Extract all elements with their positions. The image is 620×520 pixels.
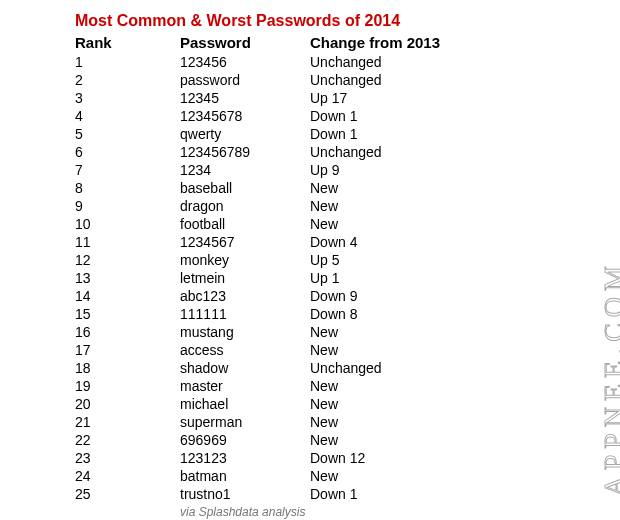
- cell-password: letmein: [180, 269, 310, 287]
- cell-password: 123123: [180, 449, 310, 467]
- cell-password: master: [180, 377, 310, 395]
- cell-password: password: [180, 71, 310, 89]
- cell-rank: 5: [75, 125, 180, 143]
- cell-change: New: [310, 341, 460, 359]
- table-row: 19masterNew: [75, 377, 460, 395]
- cell-rank: 2: [75, 71, 180, 89]
- cell-change: New: [310, 413, 460, 431]
- cell-rank: 11: [75, 233, 180, 251]
- cell-rank: 4: [75, 107, 180, 125]
- cell-change: New: [310, 179, 460, 197]
- table-row: 17accessNew: [75, 341, 460, 359]
- table-row: 23123123Down 12: [75, 449, 460, 467]
- table-row: 24batmanNew: [75, 467, 460, 485]
- table-row: 20michaelNew: [75, 395, 460, 413]
- cell-password: access: [180, 341, 310, 359]
- table-row: 111234567Down 4: [75, 233, 460, 251]
- table-row: 21supermanNew: [75, 413, 460, 431]
- cell-change: New: [310, 377, 460, 395]
- cell-change: Down 12: [310, 449, 460, 467]
- cell-password: michael: [180, 395, 310, 413]
- table-row: 15111111Down 8: [75, 305, 460, 323]
- cell-rank: 14: [75, 287, 180, 305]
- table-row: 8baseballNew: [75, 179, 460, 197]
- header-change: Change from 2013: [310, 34, 460, 53]
- cell-change: Down 1: [310, 485, 460, 503]
- cell-change: Down 9: [310, 287, 460, 305]
- header-password: Password: [180, 34, 310, 53]
- cell-password: 111111: [180, 305, 310, 323]
- cell-password: dragon: [180, 197, 310, 215]
- table-row: 9dragonNew: [75, 197, 460, 215]
- cell-rank: 25: [75, 485, 180, 503]
- table-row: 312345Up 17: [75, 89, 460, 107]
- cell-change: New: [310, 215, 460, 233]
- table-header-row: Rank Password Change from 2013: [75, 34, 460, 53]
- cell-rank: 15: [75, 305, 180, 323]
- page-title: Most Common & Worst Passwords of 2014: [75, 12, 620, 30]
- cell-password: 123456789: [180, 143, 310, 161]
- cell-change: Down 1: [310, 107, 460, 125]
- table-row: 14abc123Down 9: [75, 287, 460, 305]
- table-row: 12monkeyUp 5: [75, 251, 460, 269]
- source-attribution: via Splashdata analysis: [75, 505, 620, 519]
- cell-change: New: [310, 323, 460, 341]
- cell-rank: 17: [75, 341, 180, 359]
- cell-password: superman: [180, 413, 310, 431]
- table-row: 6123456789Unchanged: [75, 143, 460, 161]
- cell-password: monkey: [180, 251, 310, 269]
- cell-change: Down 8: [310, 305, 460, 323]
- cell-rank: 3: [75, 89, 180, 107]
- cell-change: Down 1: [310, 125, 460, 143]
- cell-password: 12345678: [180, 107, 310, 125]
- cell-change: Up 1: [310, 269, 460, 287]
- password-table: Rank Password Change from 2013 1123456Un…: [75, 34, 460, 503]
- cell-password: 123456: [180, 53, 310, 71]
- cell-password: batman: [180, 467, 310, 485]
- cell-change: New: [310, 467, 460, 485]
- cell-change: New: [310, 395, 460, 413]
- cell-password: trustno1: [180, 485, 310, 503]
- table-row: 5qwertyDown 1: [75, 125, 460, 143]
- cell-change: Up 17: [310, 89, 460, 107]
- table-row: 13letmeinUp 1: [75, 269, 460, 287]
- table-row: 25trustno1Down 1: [75, 485, 460, 503]
- cell-password: baseball: [180, 179, 310, 197]
- table-row: 22696969New: [75, 431, 460, 449]
- cell-change: Up 5: [310, 251, 460, 269]
- cell-password: qwerty: [180, 125, 310, 143]
- cell-password: abc123: [180, 287, 310, 305]
- cell-rank: 13: [75, 269, 180, 287]
- cell-password: 1234567: [180, 233, 310, 251]
- table-row: 18shadowUnchanged: [75, 359, 460, 377]
- cell-password: football: [180, 215, 310, 233]
- table-row: 71234Up 9: [75, 161, 460, 179]
- cell-change: Up 9: [310, 161, 460, 179]
- cell-password: shadow: [180, 359, 310, 377]
- cell-rank: 20: [75, 395, 180, 413]
- table-row: 412345678Down 1: [75, 107, 460, 125]
- table-row: 1123456Unchanged: [75, 53, 460, 71]
- cell-rank: 7: [75, 161, 180, 179]
- cell-rank: 18: [75, 359, 180, 377]
- cell-rank: 12: [75, 251, 180, 269]
- table-row: 2passwordUnchanged: [75, 71, 460, 89]
- cell-rank: 6: [75, 143, 180, 161]
- cell-rank: 9: [75, 197, 180, 215]
- cell-password: 696969: [180, 431, 310, 449]
- cell-rank: 23: [75, 449, 180, 467]
- cell-change: New: [310, 431, 460, 449]
- cell-change: Unchanged: [310, 53, 460, 71]
- cell-rank: 16: [75, 323, 180, 341]
- table-row: 10footballNew: [75, 215, 460, 233]
- cell-password: mustang: [180, 323, 310, 341]
- cell-rank: 21: [75, 413, 180, 431]
- cell-password: 1234: [180, 161, 310, 179]
- cell-rank: 10: [75, 215, 180, 233]
- cell-rank: 22: [75, 431, 180, 449]
- cell-change: Unchanged: [310, 71, 460, 89]
- table-row: 16mustangNew: [75, 323, 460, 341]
- cell-change: Down 4: [310, 233, 460, 251]
- cell-rank: 1: [75, 53, 180, 71]
- cell-change: New: [310, 197, 460, 215]
